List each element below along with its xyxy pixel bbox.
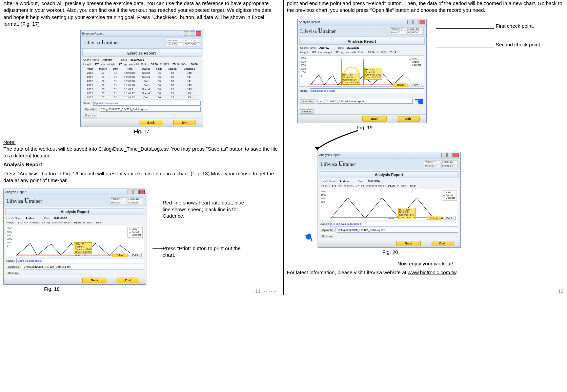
curved-arrow-icon xyxy=(314,130,450,151)
table-header: HRM xyxy=(154,67,165,71)
maximize-icon[interactable] xyxy=(190,31,195,36)
close-icon[interactable] xyxy=(196,31,201,36)
host-label: Host ID : xyxy=(167,43,183,46)
fig20-titlebar: Analysis Report xyxy=(318,152,460,158)
table-cell: Cad xyxy=(138,79,153,83)
table-row: 2012073116:45:22Speed861775 xyxy=(84,91,199,95)
brand-logo: Lifevisa Utrainer xyxy=(321,160,356,168)
table-row: 2012073116:45:19Speed8618145 xyxy=(84,71,199,75)
maximize-icon[interactable] xyxy=(133,190,139,194)
chart-tooltip-2: HRM: 93Speed: 0Cadence: 1591Time: 13:13:… xyxy=(364,68,382,80)
maximize-icon[interactable] xyxy=(413,20,419,24)
annotation-first-check: First check point. xyxy=(496,23,534,29)
chart-tooltip-1: HRM: 80Speed: 0Cadence: 14Time: 13:13:06 xyxy=(342,73,360,85)
table-header: Month xyxy=(96,67,110,71)
open-file-button[interactable]: Open file xyxy=(320,228,336,232)
open-file-button[interactable]: Open file xyxy=(300,99,315,104)
table-cell: 07 xyxy=(96,71,110,75)
close-icon[interactable] xyxy=(420,20,425,24)
height-label: Height : xyxy=(83,63,93,66)
table-cell: Cad xyxy=(138,95,153,99)
table-cell: 149 xyxy=(180,87,199,91)
table-cell: 07 xyxy=(96,87,110,91)
table-cell: Cad xyxy=(138,83,153,87)
x-axis-label: Time xyxy=(389,217,394,220)
status-field xyxy=(310,88,424,93)
save-as-button[interactable]: Save as xyxy=(6,271,20,275)
save-as-button[interactable]: Save as xyxy=(320,234,335,238)
annotation-second-check: Second check point. xyxy=(496,41,542,48)
paragraph-workout: After a workout, icoach will precisely p… xyxy=(3,0,280,27)
table-cell: Speed xyxy=(138,75,153,79)
pointer-hand-icon: ☛ xyxy=(301,231,317,245)
info-row-2: Height :175cm Weight :77kg Waist/Hip Rat… xyxy=(298,50,426,55)
close-icon[interactable] xyxy=(139,190,145,194)
version-box: Version : 120111a Host ID : 0001D65 xyxy=(167,39,200,46)
reload-button[interactable]: Reload xyxy=(427,216,441,220)
website-link[interactable]: www.biotronic.com.tw xyxy=(408,269,456,275)
chart-svg xyxy=(320,189,458,220)
maximize-icon[interactable] xyxy=(447,153,453,157)
version-label: Version : xyxy=(167,39,183,43)
window-controls xyxy=(441,153,459,157)
info-row-2: Height :175cm Weight :77kg Waist/Hip Rat… xyxy=(318,183,460,188)
table-cell: Speed xyxy=(138,87,153,91)
print-button[interactable]: Print xyxy=(129,253,142,257)
status-field xyxy=(330,222,458,226)
exit-button[interactable]: Exit xyxy=(397,116,420,122)
back-button[interactable]: Back xyxy=(396,241,421,246)
save-as-button[interactable]: Save as xyxy=(83,113,97,117)
whr-value: 93.26 xyxy=(151,63,158,66)
table-cell: 18 xyxy=(165,79,180,83)
reload-button[interactable]: Reload xyxy=(393,83,407,87)
open-file-button[interactable]: Open file xyxy=(83,107,98,111)
print-button[interactable]: Print xyxy=(409,83,422,87)
reload-button[interactable]: Reload xyxy=(113,253,127,257)
table-cell: Speed xyxy=(138,71,153,75)
minimize-icon[interactable] xyxy=(127,190,133,194)
version-box: Version : 120111aHost ID : 0001D65 xyxy=(110,197,143,205)
date-label: Date : xyxy=(121,58,128,61)
save-as-button[interactable]: Save as xyxy=(300,109,314,114)
fig19-report-title: Analysis Report xyxy=(299,38,425,45)
table-cell: 31 xyxy=(110,79,121,83)
table-cell: 07 xyxy=(96,83,110,87)
table-cell: 31 xyxy=(110,91,121,95)
analysis-report-heading: Analysis Report xyxy=(3,161,280,168)
info-row-1: User's Name :Andrew Date :2012/8/30 xyxy=(298,46,426,50)
table-header: Time xyxy=(120,67,138,71)
fig20-block: Analysis Report Lifevisa Utrainer Versio… xyxy=(318,152,463,255)
minimize-icon[interactable] xyxy=(184,31,189,36)
chart-tooltip: HRM: 100Speed: 0Cadence: 146Time: 13:13:… xyxy=(398,208,416,220)
table-header: Owner xyxy=(138,67,153,71)
minimize-icon[interactable] xyxy=(407,20,413,24)
chart-svg xyxy=(300,56,424,87)
fig17-window: Exercise Report Lifevisa Utrainer Versio… xyxy=(80,30,203,127)
footer-buttons: Back Exit xyxy=(4,276,146,284)
status-row: Status : xyxy=(298,88,426,94)
open-file-button[interactable]: Open file xyxy=(6,265,21,269)
weight-unit: kg xyxy=(124,63,126,66)
page-left: After a workout, icoach will precisely p… xyxy=(0,0,284,295)
table-cell: 31 xyxy=(110,83,121,87)
print-button[interactable]: Print xyxy=(443,216,455,220)
minimize-icon[interactable] xyxy=(441,153,447,157)
close-icon[interactable] xyxy=(453,153,459,157)
file-path-field xyxy=(100,107,201,112)
brand-text-b: trainer xyxy=(106,40,119,45)
exit-button[interactable]: Exit xyxy=(117,278,139,283)
back-button[interactable]: Back xyxy=(82,278,107,283)
saveas-row: Save as xyxy=(4,270,146,276)
table-cell: 16:45:20 xyxy=(120,83,138,87)
fig19-chart: 500040003000200010000 — HRM — Speed — Ca… xyxy=(300,56,424,87)
back-button[interactable]: Back xyxy=(362,116,387,122)
exit-button[interactable]: Exit xyxy=(173,120,196,125)
table-cell: 86 xyxy=(154,87,165,91)
fig18-window: Analysis Report Lifevisa Utrainer Versio… xyxy=(3,189,146,285)
info-row-1: User's Name :Andrew Date :2012/08/30 xyxy=(4,216,146,220)
exit-button[interactable]: Exit xyxy=(431,241,453,246)
table-cell: 16:45:21 xyxy=(120,87,138,91)
chart-buttons: Reload Print xyxy=(427,216,456,220)
window-controls xyxy=(407,20,425,24)
back-button[interactable]: Back xyxy=(139,120,163,125)
